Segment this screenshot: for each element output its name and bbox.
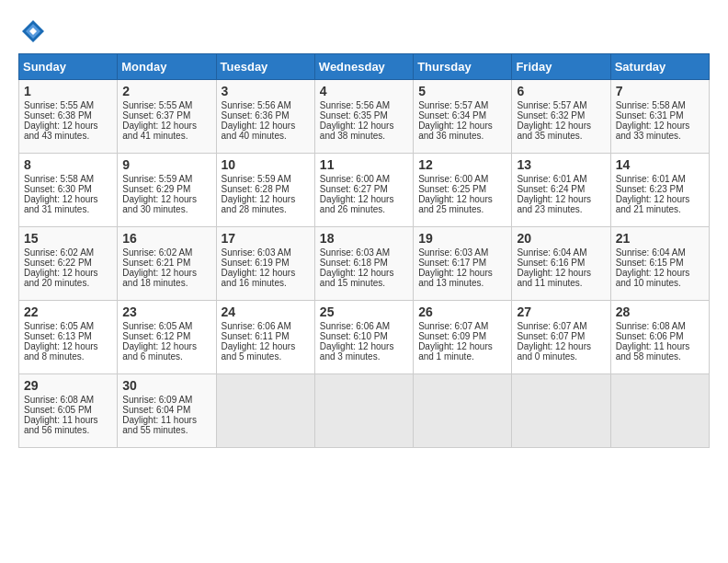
calendar-week-5: 29Sunrise: 6:08 AMSunset: 6:05 PMDayligh… [19, 374, 710, 448]
day-number: 17 [222, 231, 310, 246]
day-number: 3 [222, 84, 310, 98]
sunset-text: Sunset: 6:25 PM [418, 184, 486, 194]
day-number: 18 [320, 231, 408, 246]
sunrise-text: Sunrise: 6:05 AM [122, 321, 192, 331]
calendar-cell: 24Sunrise: 6:06 AMSunset: 6:11 PMDayligh… [216, 301, 314, 374]
daylight-text: Daylight: 12 hours and 13 minutes. [418, 268, 493, 288]
daylight-text: Daylight: 12 hours and 16 minutes. [222, 268, 296, 288]
sunset-text: Sunset: 6:07 PM [517, 331, 585, 341]
daylight-text: Daylight: 12 hours and 40 minutes. [222, 121, 296, 141]
calendar-cell: 19Sunrise: 6:03 AMSunset: 6:17 PMDayligh… [414, 227, 512, 301]
logo-icon [20, 18, 46, 44]
calendar-cell: 5Sunrise: 5:57 AMSunset: 6:34 PMDaylight… [414, 80, 512, 154]
day-number: 8 [24, 157, 112, 172]
sunrise-text: Sunrise: 6:07 AM [517, 321, 586, 331]
day-number: 7 [616, 84, 704, 98]
day-number: 30 [122, 378, 210, 393]
calendar-cell: 4Sunrise: 5:56 AMSunset: 6:35 PMDaylight… [314, 80, 413, 154]
day-header-tuesday: Tuesday [216, 54, 314, 80]
sunset-text: Sunset: 6:05 PM [24, 405, 92, 415]
day-number: 27 [517, 304, 605, 319]
sunrise-text: Sunrise: 5:56 AM [320, 100, 390, 110]
calendar-header-row: SundayMondayTuesdayWednesdayThursdayFrid… [19, 54, 710, 80]
daylight-text: Daylight: 12 hours and 25 minutes. [418, 194, 493, 214]
day-number: 28 [616, 304, 704, 319]
daylight-text: Daylight: 12 hours and 5 minutes. [222, 341, 296, 362]
sunrise-text: Sunrise: 6:04 AM [616, 247, 686, 258]
day-number: 29 [24, 378, 112, 393]
sunrise-text: Sunrise: 6:03 AM [418, 247, 488, 258]
day-number: 1 [24, 84, 112, 98]
daylight-text: Daylight: 12 hours and 1 minute. [418, 341, 493, 362]
calendar-cell: 26Sunrise: 6:07 AMSunset: 6:09 PMDayligh… [414, 301, 512, 374]
day-number: 12 [418, 157, 506, 172]
calendar-week-3: 15Sunrise: 6:02 AMSunset: 6:22 PMDayligh… [19, 227, 710, 301]
day-number: 14 [616, 157, 704, 172]
day-number: 26 [418, 304, 506, 319]
calendar-cell [216, 374, 314, 448]
daylight-text: Daylight: 12 hours and 26 minutes. [320, 194, 394, 214]
sunset-text: Sunset: 6:29 PM [122, 184, 190, 194]
day-number: 11 [320, 157, 408, 172]
sunset-text: Sunset: 6:18 PM [320, 258, 388, 268]
calendar-cell: 23Sunrise: 6:05 AMSunset: 6:12 PMDayligh… [118, 301, 216, 374]
sunset-text: Sunset: 6:22 PM [24, 258, 92, 268]
daylight-text: Daylight: 12 hours and 20 minutes. [24, 268, 98, 288]
calendar-cell: 7Sunrise: 5:58 AMSunset: 6:31 PMDaylight… [610, 80, 709, 154]
sunrise-text: Sunrise: 6:01 AM [616, 174, 686, 184]
sunrise-text: Sunrise: 6:05 AM [24, 321, 94, 331]
day-number: 25 [320, 304, 408, 319]
daylight-text: Daylight: 12 hours and 35 minutes. [517, 121, 591, 141]
sunrise-text: Sunrise: 6:07 AM [418, 321, 488, 331]
sunset-text: Sunset: 6:23 PM [616, 184, 684, 194]
daylight-text: Daylight: 12 hours and 6 minutes. [122, 341, 197, 362]
calendar-cell: 21Sunrise: 6:04 AMSunset: 6:15 PMDayligh… [610, 227, 709, 301]
daylight-text: Daylight: 12 hours and 10 minutes. [616, 268, 690, 288]
calendar-cell: 29Sunrise: 6:08 AMSunset: 6:05 PMDayligh… [19, 374, 118, 448]
sunrise-text: Sunrise: 5:55 AM [122, 100, 192, 110]
day-number: 10 [222, 157, 310, 172]
sunset-text: Sunset: 6:34 PM [418, 110, 486, 121]
daylight-text: Daylight: 12 hours and 31 minutes. [24, 194, 98, 214]
daylight-text: Daylight: 12 hours and 3 minutes. [320, 341, 394, 362]
day-number: 22 [24, 304, 112, 319]
daylight-text: Daylight: 12 hours and 41 minutes. [122, 121, 197, 141]
sunset-text: Sunset: 6:28 PM [222, 184, 290, 194]
day-number: 16 [122, 231, 210, 246]
day-header-monday: Monday [118, 54, 216, 80]
sunrise-text: Sunrise: 6:06 AM [320, 321, 390, 331]
sunset-text: Sunset: 6:36 PM [222, 110, 290, 121]
calendar-cell: 2Sunrise: 5:55 AMSunset: 6:37 PMDaylight… [118, 80, 216, 154]
sunrise-text: Sunrise: 6:03 AM [320, 247, 390, 258]
day-header-wednesday: Wednesday [314, 54, 413, 80]
sunset-text: Sunset: 6:31 PM [616, 110, 684, 121]
calendar-cell: 9Sunrise: 5:59 AMSunset: 6:29 PMDaylight… [118, 154, 216, 227]
daylight-text: Daylight: 12 hours and 21 minutes. [616, 194, 690, 214]
sunset-text: Sunset: 6:09 PM [418, 331, 486, 341]
sunset-text: Sunset: 6:06 PM [616, 331, 684, 341]
sunset-text: Sunset: 6:11 PM [222, 331, 290, 341]
sunrise-text: Sunrise: 5:56 AM [222, 100, 291, 110]
sunset-text: Sunset: 6:16 PM [517, 258, 585, 268]
calendar-cell [414, 374, 512, 448]
calendar-cell: 13Sunrise: 6:01 AMSunset: 6:24 PMDayligh… [512, 154, 610, 227]
daylight-text: Daylight: 12 hours and 11 minutes. [517, 268, 591, 288]
calendar-cell: 14Sunrise: 6:01 AMSunset: 6:23 PMDayligh… [610, 154, 709, 227]
sunset-text: Sunset: 6:13 PM [24, 331, 92, 341]
daylight-text: Daylight: 12 hours and 33 minutes. [616, 121, 690, 141]
sunrise-text: Sunrise: 6:00 AM [418, 174, 488, 184]
page-header [18, 18, 710, 44]
sunrise-text: Sunrise: 5:55 AM [24, 100, 94, 110]
calendar-cell: 28Sunrise: 6:08 AMSunset: 6:06 PMDayligh… [610, 301, 709, 374]
sunrise-text: Sunrise: 5:57 AM [517, 100, 586, 110]
sunset-text: Sunset: 6:35 PM [320, 110, 388, 121]
calendar-cell: 16Sunrise: 6:02 AMSunset: 6:21 PMDayligh… [118, 227, 216, 301]
daylight-text: Daylight: 12 hours and 30 minutes. [122, 194, 197, 214]
day-number: 15 [24, 231, 112, 246]
sunset-text: Sunset: 6:38 PM [24, 110, 92, 121]
day-number: 23 [122, 304, 210, 319]
sunrise-text: Sunrise: 6:06 AM [222, 321, 291, 331]
sunrise-text: Sunrise: 6:04 AM [517, 247, 586, 258]
calendar-cell: 25Sunrise: 6:06 AMSunset: 6:10 PMDayligh… [314, 301, 413, 374]
calendar-cell: 15Sunrise: 6:02 AMSunset: 6:22 PMDayligh… [19, 227, 118, 301]
